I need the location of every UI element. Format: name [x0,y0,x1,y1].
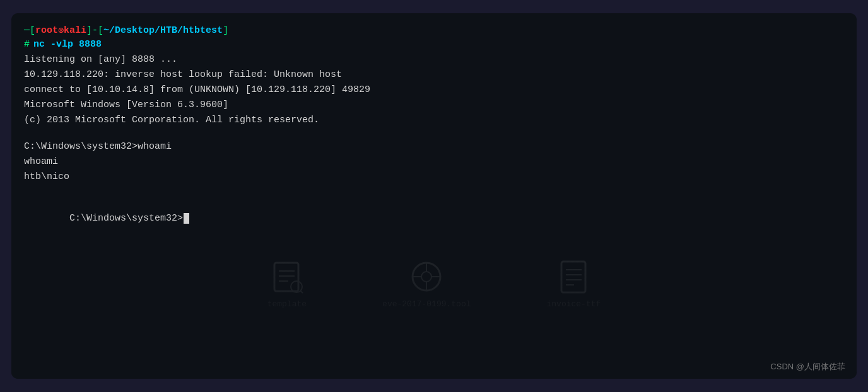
final-prompt-line: C:\Windows\system32> [24,196,844,241]
section-gap-1 [24,128,844,139]
command-line: # nc -vlp 8888 [24,39,844,50]
bg-label-tool: eve-2017-0199.tool [382,299,471,309]
path-bracket-right: ] [223,25,228,36]
prompt-path: ~/Desktop/HTB/htbtest [103,25,223,36]
output-line-4: Microsoft Windows [Version 6.3.9600] [24,98,844,113]
prompt-host: kali [64,25,86,36]
prompt-user: root [35,25,58,36]
watermark: CSDN @人间体佐菲 [770,361,845,372]
prompt-line: ─[ root ⊗ kali ]-[ ~/Desktop/HTB/htbtest… [24,25,844,37]
terminal-window: ─[ root ⊗ kali ]-[ ~/Desktop/HTB/htbtest… [11,13,857,379]
hash-symbol: # [24,39,30,50]
command-text: nc -vlp 8888 [33,39,102,50]
bottom-fade [11,240,857,379]
output-line-2: 10.129.118.220: inverse host lookup fail… [24,67,844,83]
svg-point-4 [291,281,302,292]
prompt-bracket-right: ]-[ [86,25,103,36]
terminal-content: ─[ root ⊗ kali ]-[ ~/Desktop/HTB/htbtest… [24,25,844,241]
svg-line-5 [300,291,303,293]
svg-point-7 [421,272,431,282]
bg-icon-tool: eve-2017-0199.tool [382,260,471,309]
svg-rect-12 [561,262,585,292]
cmd1-line: C:\Windows\system32>whoami [24,139,844,154]
final-prompt-text: C:\Windows\system32> [69,213,183,224]
cursor [184,213,189,224]
svg-point-6 [413,263,440,291]
bg-icon-invoice: invoice-ttf [547,260,601,309]
terminal-container: ─[ root ⊗ kali ]-[ ~/Desktop/HTB/htbtest… [11,13,857,379]
output-line-5: (c) 2013 Microsoft Corporation. All righ… [24,113,844,128]
bg-icon-template: template [267,260,307,309]
bg-label-template: template [267,299,307,309]
cmd1-output2: htb\nico [24,170,844,185]
output-line-3: connect to [10.10.14.8] from (UNKNOWN) [… [24,83,844,98]
bracket-left: ─[ [24,25,35,36]
section-gap-2 [24,185,844,196]
cmd1-output1: whoami [24,154,844,170]
output-line-1: listening on [any] 8888 ... [24,52,844,67]
svg-rect-0 [274,263,298,291]
prompt-at: ⊗ [58,25,64,37]
bg-label-invoice: invoice-ttf [547,299,601,309]
